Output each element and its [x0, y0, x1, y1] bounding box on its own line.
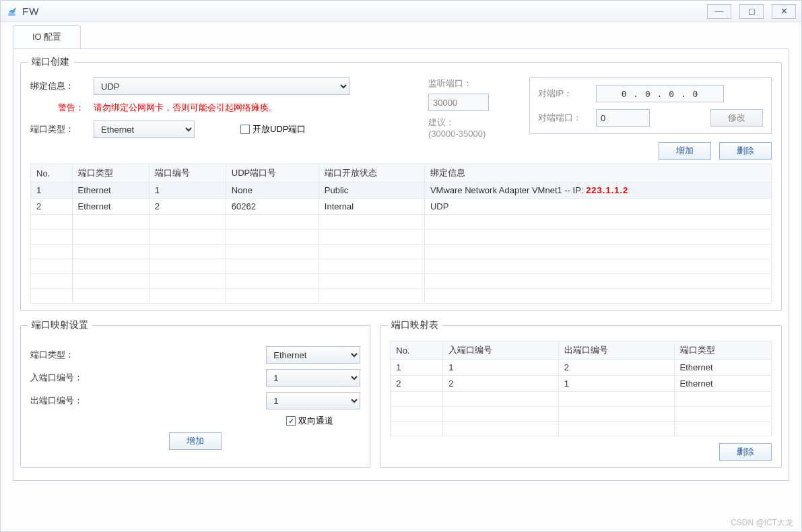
table-row	[391, 407, 772, 422]
open-udp-checkbox[interactable]: 开放UDP端口	[240, 123, 306, 135]
add-port-button[interactable]: 增加	[659, 142, 711, 160]
map-type-select[interactable]: Ethernet	[266, 346, 360, 364]
listen-block: 监听端口： 建议： (30000-35000)	[428, 77, 516, 160]
watermark: CSDN @ICT大龙	[731, 517, 793, 529]
port-create-legend: 端口创建	[28, 56, 73, 68]
table-row[interactable]: 2Ethernet260262InternalUDP	[31, 199, 772, 215]
table-row	[31, 289, 772, 304]
table-row[interactable]: 112Ethernet	[391, 360, 772, 376]
tab-strip: IO 配置	[13, 25, 801, 48]
table-row	[31, 230, 772, 244]
open-udp-label: 开放UDP端口	[253, 123, 306, 135]
tab-io-config[interactable]: IO 配置	[13, 25, 81, 48]
table-row[interactable]: 1Ethernet1NonePublicVMware Network Adapt…	[31, 182, 772, 199]
port-table-header[interactable]: 端口开放状态	[319, 164, 424, 182]
advice-value: (30000-35000)	[428, 129, 516, 139]
window-controls: — ◻ ✕	[707, 4, 796, 19]
table-row	[31, 259, 772, 274]
checkmark-icon: ✓	[286, 416, 296, 426]
map-table-header[interactable]: No.	[391, 341, 443, 360]
port-type-label: 端口类型：	[30, 123, 84, 135]
checkbox-icon	[240, 125, 250, 134]
warning-text: 请勿绑定公网网卡，否则可能会引起网络瘫痪。	[94, 102, 277, 114]
bind-ip-value: 223.1.1.2	[586, 185, 628, 195]
bind-info-select[interactable]: UDP	[94, 77, 349, 95]
delete-port-button[interactable]: 删除	[719, 142, 772, 160]
table-row	[391, 392, 772, 407]
map-settings-group: 端口映射设置 端口类型： Ethernet 入端口编号： 1 出端口编号： 1	[20, 319, 370, 468]
map-table[interactable]: No.入端口编号出端口编号端口类型 112Ethernet221Ethernet	[390, 341, 772, 436]
map-settings-legend: 端口映射设置	[28, 319, 92, 331]
warning-label: 警告：	[36, 102, 84, 114]
table-row	[31, 274, 772, 289]
close-button[interactable]: ✕	[772, 4, 796, 19]
map-table-legend: 端口映射表	[387, 319, 442, 331]
table-row	[31, 244, 772, 259]
port-table-header[interactable]: 绑定信息	[424, 164, 771, 182]
titlebar: FW — ◻ ✕	[1, 1, 801, 22]
peer-ip-label: 对端IP：	[538, 88, 589, 100]
map-table-header[interactable]: 出端口编号	[558, 341, 674, 360]
maximize-button[interactable]: ◻	[739, 4, 764, 19]
listen-port-label: 监听端口：	[428, 77, 516, 90]
port-type-select[interactable]: Ethernet	[94, 121, 195, 138]
map-table-header[interactable]: 端口类型	[674, 341, 772, 360]
map-table-header[interactable]: 入端口编号	[443, 341, 559, 360]
bi-channel-checkbox[interactable]: ✓ 双向通道	[286, 415, 333, 427]
modify-button[interactable]: 修改	[710, 109, 763, 127]
minimize-button[interactable]: —	[707, 4, 731, 19]
peer-port-input[interactable]	[596, 109, 650, 127]
table-row[interactable]: 221Ethernet	[391, 376, 772, 392]
port-create-group: 端口创建 绑定信息： UDP 警告： 请勿绑定公网网卡，否则可能会引起网络瘫痪。	[20, 56, 782, 311]
bind-info-label: 绑定信息：	[30, 80, 84, 92]
port-table-header[interactable]: 端口类型	[72, 164, 149, 182]
add-map-button[interactable]: 增加	[169, 432, 222, 450]
peer-port-label: 对端端口：	[538, 112, 589, 124]
peer-ip-input[interactable]	[596, 85, 724, 102]
port-table-header[interactable]: UDP端口号	[226, 164, 319, 182]
map-out-select[interactable]: 1	[266, 392, 360, 409]
bi-channel-label: 双向通道	[298, 415, 333, 427]
window-title: FW	[22, 5, 39, 17]
map-type-label: 端口类型：	[30, 349, 104, 361]
table-row	[391, 422, 772, 436]
port-table-header[interactable]: 端口编号	[149, 164, 226, 182]
port-table-header[interactable]: No.	[31, 164, 73, 182]
map-table-group: 端口映射表 No.入端口编号出端口编号端口类型 112Ethernet221Et…	[380, 319, 782, 468]
app-window: FW — ◻ ✕ IO 配置 端口创建 绑定信息： UDP	[0, 0, 802, 532]
app-icon	[6, 5, 18, 18]
listen-port-input[interactable]	[428, 94, 489, 111]
delete-map-button[interactable]: 删除	[719, 443, 772, 461]
peer-box: 对端IP： 对端端口： 修改	[529, 77, 772, 134]
map-out-label: 出端口编号：	[30, 395, 104, 407]
port-create-left: 绑定信息： UDP 警告： 请勿绑定公网网卡，否则可能会引起网络瘫痪。 端口类型…	[30, 77, 415, 160]
map-in-label: 入端口编号：	[30, 372, 104, 384]
port-table[interactable]: No.端口类型端口编号UDP端口号端口开放状态绑定信息 1Ethernet1No…	[30, 164, 772, 304]
advice-label: 建议：	[428, 117, 516, 129]
content-panel: 端口创建 绑定信息： UDP 警告： 请勿绑定公网网卡，否则可能会引起网络瘫痪。	[13, 48, 789, 481]
table-row	[31, 215, 772, 230]
map-in-select[interactable]: 1	[266, 369, 360, 387]
